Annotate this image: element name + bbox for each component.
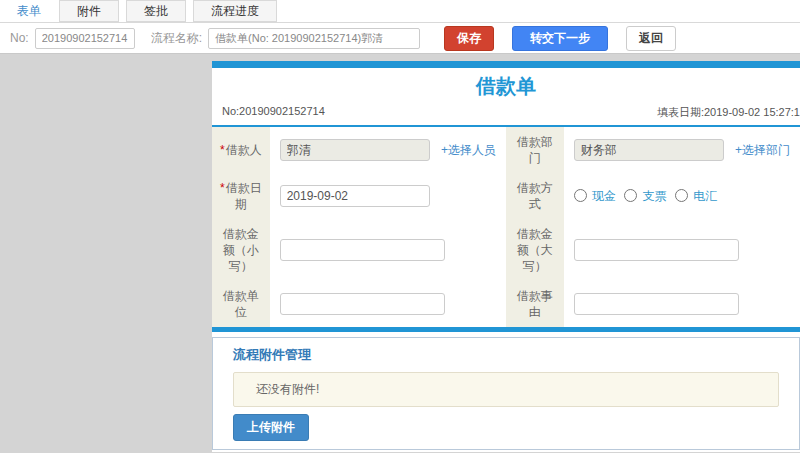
amount-lower-input[interactable]: [280, 239, 445, 261]
loan-form-table: *借款人 +选择人员 借款部门 +选择部门 *借款日期 借款方式: [212, 127, 800, 327]
required-mark: *: [220, 143, 225, 157]
tab-form[interactable]: 表单: [6, 0, 52, 22]
no-attachment-alert: 还没有附件!: [233, 372, 779, 407]
document-no: No:20190902152714: [222, 105, 325, 120]
table-row: 借款单位 借款事由: [212, 281, 800, 327]
department-label: 借款部门: [506, 127, 564, 173]
wire-radio[interactable]: [675, 189, 688, 202]
amount-lower-label: 借款金额（小写）: [212, 219, 270, 281]
document-meta-row: No:20190902152714 填表日期:2019-09-02 15:27:…: [212, 103, 800, 127]
back-button[interactable]: 返回: [626, 26, 676, 51]
toolbar: No: 流程名称: 保存 转交下一步 返回: [0, 23, 800, 54]
no-label: No:: [10, 31, 29, 45]
borrow-reason-input[interactable]: [574, 293, 739, 315]
borrow-unit-input[interactable]: [280, 293, 445, 315]
panel-top-bar: [212, 61, 800, 68]
table-row: *借款日期 借款方式 现金 支票 电汇: [212, 173, 800, 219]
next-step-button[interactable]: 转交下一步: [512, 26, 608, 51]
tab-process-progress[interactable]: 流程进度: [193, 0, 277, 22]
flow-name-input[interactable]: [208, 28, 420, 49]
page-title: 借款单: [212, 68, 800, 103]
no-input[interactable]: [35, 28, 135, 49]
pay-method-label: 借款方式: [506, 173, 564, 219]
borrow-unit-label: 借款单位: [212, 281, 270, 327]
select-department-link[interactable]: +选择部门: [735, 143, 790, 157]
borrower-input[interactable]: [280, 139, 430, 161]
department-input[interactable]: [574, 139, 724, 161]
attachment-section: 流程附件管理 还没有附件! 上传附件: [212, 337, 800, 450]
borrow-date-label: *借款日期: [212, 173, 270, 219]
flow-name-label: 流程名称:: [151, 30, 202, 47]
tab-attachment[interactable]: 附件: [59, 0, 119, 22]
tab-approval[interactable]: 签批: [126, 0, 186, 22]
fill-date: 填表日期:2019-09-02 15:27:1: [657, 105, 800, 120]
cheque-radio[interactable]: [624, 189, 637, 202]
amount-upper-label: 借款金额（大写）: [506, 219, 564, 281]
borrow-reason-label: 借款事由: [506, 281, 564, 327]
cash-radio[interactable]: [574, 189, 587, 202]
select-person-link[interactable]: +选择人员: [441, 143, 496, 157]
pay-method-option-cash[interactable]: 现金: [574, 189, 620, 203]
table-row: *借款人 +选择人员 借款部门 +选择部门: [212, 127, 800, 173]
table-row: 借款金额（小写） 借款金额（大写）: [212, 219, 800, 281]
pay-method-option-cheque[interactable]: 支票: [624, 189, 670, 203]
tab-bar: 表单 附件 签批 流程进度: [0, 0, 800, 23]
borrow-date-input[interactable]: [280, 185, 430, 207]
borrower-label: *借款人: [212, 127, 270, 173]
amount-upper-input[interactable]: [574, 239, 739, 261]
attachment-section-title: 流程附件管理: [233, 346, 779, 364]
required-mark: *: [220, 181, 225, 195]
save-button[interactable]: 保存: [444, 26, 494, 51]
pay-method-option-wire[interactable]: 电汇: [675, 189, 717, 203]
form-bottom-bar: [212, 327, 800, 332]
document-panel: 借款单 No:20190902152714 填表日期:2019-09-02 15…: [212, 61, 800, 452]
upload-attachment-button[interactable]: 上传附件: [233, 414, 309, 441]
